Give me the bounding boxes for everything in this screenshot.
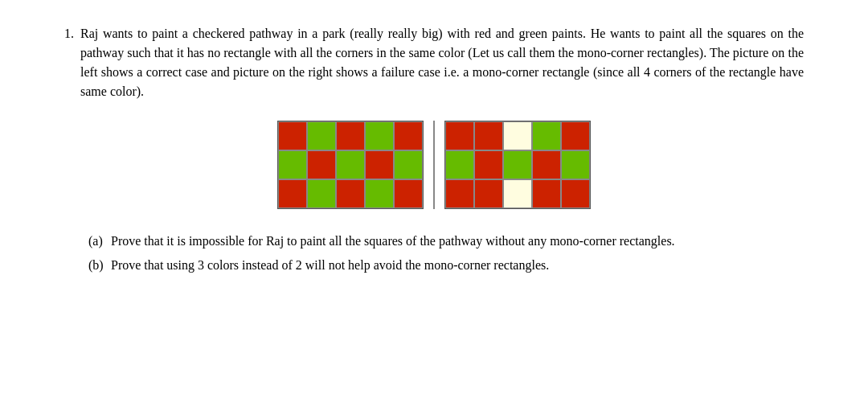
subpart-a-label: (a): [88, 232, 106, 251]
grid-container: [64, 121, 804, 209]
problem-number: 1.: [64, 24, 74, 101]
grid-cell: [474, 150, 503, 179]
problem-container: 1. Raj wants to paint a checkered pathwa…: [64, 24, 804, 275]
grid-cell: [336, 150, 365, 179]
left-grid: [277, 121, 424, 209]
grid-cell: [307, 150, 336, 179]
grid-divider: [433, 121, 435, 209]
right-grid: [444, 121, 591, 209]
subpart-b: (b) Prove that using 3 colors instead of…: [88, 256, 804, 275]
grid-cell: [532, 121, 561, 150]
grid-cell: [474, 121, 503, 150]
grid-cell: [561, 121, 590, 150]
grid-cell: [445, 121, 474, 150]
subparts: (a) Prove that it is impossible for Raj …: [88, 232, 804, 275]
problem-body: Raj wants to paint a checkered pathway i…: [80, 24, 804, 101]
grid-cell: [503, 121, 532, 150]
subpart-a-text: Prove that it is impossible for Raj to p…: [111, 232, 675, 251]
grid-cell: [561, 179, 590, 208]
grid-cell: [474, 179, 503, 208]
grid-cell: [445, 179, 474, 208]
grid-cell: [278, 179, 307, 208]
grid-cell: [532, 150, 561, 179]
grid-cell: [532, 179, 561, 208]
grid-cell: [394, 179, 423, 208]
grid-cell: [445, 150, 474, 179]
grid-cell: [307, 121, 336, 150]
grid-cell: [278, 150, 307, 179]
grid-cell: [336, 179, 365, 208]
subpart-b-text: Prove that using 3 colors instead of 2 w…: [111, 256, 549, 275]
both-grids: [277, 121, 591, 209]
subpart-a: (a) Prove that it is impossible for Raj …: [88, 232, 804, 251]
subpart-b-label: (b): [88, 256, 106, 275]
grid-cell: [394, 150, 423, 179]
grid-cell: [307, 179, 336, 208]
grid-cell: [503, 150, 532, 179]
grid-cell: [278, 121, 307, 150]
grid-cell: [561, 150, 590, 179]
problem-text: 1. Raj wants to paint a checkered pathwa…: [64, 24, 804, 101]
grid-cell: [365, 179, 394, 208]
grid-cell: [394, 121, 423, 150]
grid-cell: [336, 121, 365, 150]
grid-cell: [365, 150, 394, 179]
grid-cell: [365, 121, 394, 150]
grid-cell: [503, 179, 532, 208]
